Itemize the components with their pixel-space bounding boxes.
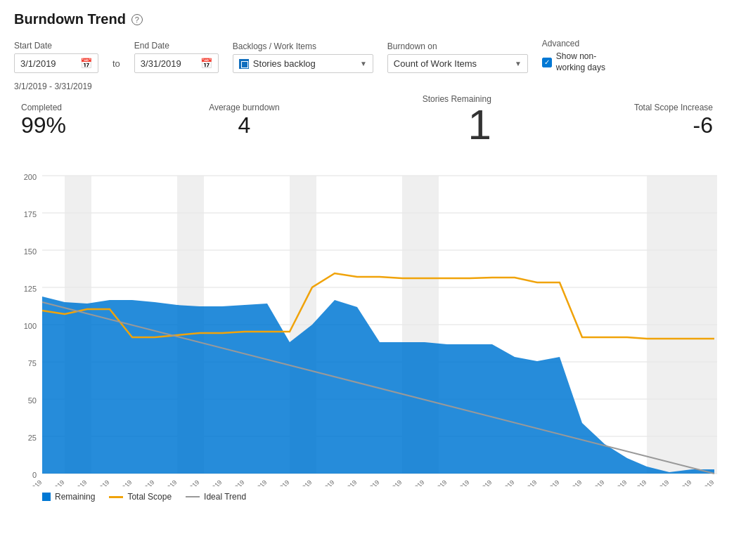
svg-text:3/18/2019: 3/18/2019	[401, 479, 425, 487]
svg-text:3/24/2019: 3/24/2019	[536, 479, 560, 487]
total-scope-value: -6	[634, 112, 713, 138]
total-scope-stat: Total Scope Increase -6	[634, 103, 713, 138]
burndown-label: Burndown on	[387, 41, 528, 51]
help-icon[interactable]: ?	[131, 14, 143, 25]
start-date-group: Start Date 3/1/2019 📅	[14, 41, 98, 73]
end-date-wrap: 3/31/2019 📅	[134, 53, 219, 73]
svg-text:3/19/2019: 3/19/2019	[423, 479, 448, 487]
svg-text:3/27/2019: 3/27/2019	[603, 479, 628, 487]
svg-text:3/4/2019: 3/4/2019	[89, 479, 111, 487]
burndown-chart: 0 25 50 75 100 125 150 175 200	[14, 149, 720, 486]
to-label: to	[112, 58, 120, 73]
calendar-icon-end: 📅	[200, 58, 212, 69]
backlogs-group: Backlogs / Work Items Stories backlog ▼	[233, 41, 373, 73]
svg-text:3/25/2019: 3/25/2019	[558, 479, 583, 487]
svg-text:3/26/2019: 3/26/2019	[581, 479, 605, 487]
completed-stat: Completed 99%	[21, 103, 66, 138]
svg-text:3/16/2019: 3/16/2019	[356, 479, 380, 487]
svg-text:3/29/2019: 3/29/2019	[645, 479, 670, 487]
svg-text:75: 75	[28, 359, 37, 367]
chevron-down-icon-2: ▼	[515, 60, 522, 67]
total-scope-label: Total Scope Increase	[634, 103, 713, 112]
burndown-value: Count of Work Items	[394, 58, 477, 69]
backlog-icon	[239, 59, 249, 69]
backlogs-dropdown[interactable]: Stories backlog ▼	[233, 54, 373, 73]
page: Burndown Trend ? Start Date 3/1/2019 📅 t…	[0, 0, 734, 560]
backlogs-label: Backlogs / Work Items	[233, 41, 373, 51]
svg-text:3/6/2019: 3/6/2019	[134, 479, 156, 487]
svg-text:3/8/2019: 3/8/2019	[179, 479, 201, 487]
svg-text:3/1/2019: 3/1/2019	[21, 479, 44, 487]
checkmark-icon: ✓	[544, 58, 550, 66]
svg-text:3/9/2019: 3/9/2019	[201, 479, 224, 487]
svg-text:125: 125	[24, 285, 37, 293]
top-stats: Completed 99% Average burndown 4 Stories…	[14, 94, 720, 146]
total-scope-color-line	[109, 496, 123, 498]
svg-text:3/23/2019: 3/23/2019	[513, 479, 538, 487]
chevron-down-icon: ▼	[360, 60, 367, 67]
advanced-label: Advanced	[542, 39, 612, 48]
svg-text:3/17/2019: 3/17/2019	[378, 479, 403, 487]
burndown-dropdown[interactable]: Count of Work Items ▼	[387, 54, 528, 73]
svg-text:3/10/2019: 3/10/2019	[221, 479, 245, 487]
show-nonworking-checkbox[interactable]: ✓	[542, 58, 552, 67]
svg-text:3/7/2019: 3/7/2019	[156, 479, 179, 487]
calendar-icon-start: 📅	[80, 58, 92, 69]
backlogs-value: Stories backlog	[253, 58, 316, 69]
svg-text:25: 25	[28, 434, 37, 442]
date-range-label: 3/1/2019 - 3/31/2019	[14, 82, 720, 91]
svg-text:3/31/2019: 3/31/2019	[690, 479, 715, 487]
ideal-trend-label: Ideal Trend	[204, 492, 246, 502]
avg-burndown-label: Average burndown	[209, 103, 280, 112]
svg-rect-22	[647, 176, 717, 474]
end-date-label: End Date	[134, 41, 219, 51]
avg-burndown-stat: Average burndown 4	[209, 103, 280, 138]
svg-text:3/15/2019: 3/15/2019	[333, 479, 358, 487]
svg-text:3/13/2019: 3/13/2019	[288, 479, 313, 487]
advanced-group: Advanced ✓ Show non-working days	[542, 39, 612, 73]
start-date-value: 3/1/2019	[20, 58, 56, 69]
controls-bar: Start Date 3/1/2019 📅 to End Date 3/31/2…	[14, 39, 720, 73]
header: Burndown Trend ?	[14, 11, 720, 27]
svg-text:3/3/2019: 3/3/2019	[66, 479, 89, 487]
show-nonworking-wrap: ✓ Show non-working days	[542, 51, 612, 73]
remaining-label: Remaining	[55, 492, 95, 502]
svg-text:150: 150	[24, 247, 37, 256]
svg-text:3/2/2019: 3/2/2019	[44, 479, 66, 487]
total-scope-legend-label: Total Scope	[127, 492, 172, 502]
end-date-input[interactable]: 3/31/2019 📅	[134, 53, 219, 73]
completed-value: 99%	[21, 112, 66, 138]
chart-container: 0 25 50 75 100 125 150 175 200	[14, 149, 720, 502]
burndown-group: Burndown on Count of Work Items ▼	[387, 41, 528, 73]
show-nonworking-label: Show non-working days	[556, 51, 612, 73]
start-date-input[interactable]: 3/1/2019 📅	[14, 53, 98, 73]
legend-total-scope: Total Scope	[109, 492, 172, 502]
legend-ideal-trend: Ideal Trend	[186, 492, 246, 502]
svg-text:3/20/2019: 3/20/2019	[446, 479, 470, 487]
chart-legend: Remaining Total Scope Ideal Trend	[14, 492, 720, 502]
stories-remaining-stat: Stories Remaining 1	[423, 94, 491, 146]
svg-text:50: 50	[28, 396, 37, 405]
ideal-trend-color-line	[186, 496, 200, 497]
svg-text:0: 0	[32, 471, 37, 479]
stories-remaining-value: 1	[423, 104, 491, 146]
start-date-label: Start Date	[14, 41, 98, 51]
end-date-value: 3/31/2019	[141, 58, 181, 69]
svg-text:100: 100	[24, 322, 37, 330]
svg-text:175: 175	[24, 210, 37, 219]
remaining-area	[42, 297, 714, 474]
svg-text:200: 200	[24, 173, 37, 181]
svg-text:3/22/2019: 3/22/2019	[491, 479, 515, 487]
svg-text:3/5/2019: 3/5/2019	[111, 479, 134, 487]
avg-burndown-value: 4	[209, 112, 280, 138]
legend-remaining: Remaining	[42, 492, 95, 502]
svg-text:3/21/2019: 3/21/2019	[468, 479, 493, 487]
svg-text:3/12/2019: 3/12/2019	[266, 479, 290, 487]
end-date-group: End Date 3/31/2019 📅	[134, 41, 219, 73]
page-title: Burndown Trend	[14, 11, 126, 27]
svg-text:3/14/2019: 3/14/2019	[311, 479, 335, 487]
completed-label: Completed	[21, 103, 66, 112]
svg-text:3/11/2019: 3/11/2019	[243, 479, 268, 487]
start-date-wrap: 3/1/2019 📅	[14, 53, 98, 73]
svg-text:3/30/2019: 3/30/2019	[668, 479, 693, 487]
